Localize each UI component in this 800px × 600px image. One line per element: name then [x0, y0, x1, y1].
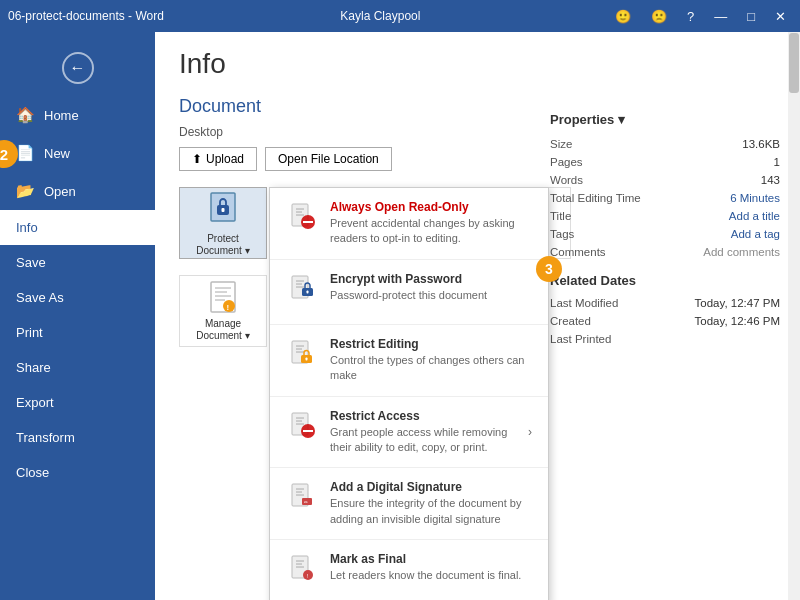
sidebar-label-home: Home — [44, 108, 79, 123]
sidebar-label-save: Save — [16, 255, 46, 270]
sidebar-item-open[interactable]: 📂 Open — [0, 172, 155, 210]
protect-document-icon — [207, 189, 239, 231]
sidebar-item-transform[interactable]: Transform — [0, 420, 155, 455]
prop-row-size: Size 13.6KB — [550, 135, 780, 153]
sidebar-item-new[interactable]: 📄 New 2 — [0, 134, 155, 172]
titlebar-user: Kayla Claypool — [340, 9, 420, 23]
menu-item-text-restrict-editing: Restrict Editing Control the types of ch… — [330, 337, 532, 384]
content-area: Info Document Desktop ⬆ Upload Open File… — [155, 32, 800, 600]
prop-value-tags: Add a tag — [731, 228, 780, 240]
svg-text:!: ! — [227, 303, 230, 312]
menu-item-text-readonly: Always Open Read-Only Prevent accidental… — [330, 200, 532, 247]
prop-row-title[interactable]: Title Add a title — [550, 207, 780, 225]
prop-row-words: Words 143 — [550, 171, 780, 189]
page-title: Info — [179, 48, 776, 80]
back-button[interactable]: ← — [8, 44, 147, 92]
restrict-access-arrow: › — [528, 425, 532, 439]
prop-row-comments[interactable]: Comments Add comments — [550, 243, 780, 261]
related-dates-header: Related Dates — [550, 273, 780, 288]
menu-item-text-digital-signature: Add a Digital Signature Ensure the integ… — [330, 480, 532, 527]
sidebar-label-share: Share — [16, 360, 51, 375]
sidebar-label-close: Close — [16, 465, 49, 480]
menu-item-restrict-access[interactable]: Restrict Access Grant people access whil… — [270, 397, 548, 469]
prop-value-words: 143 — [761, 174, 780, 186]
emoji-sad[interactable]: 🙁 — [645, 7, 673, 26]
sidebar-item-print[interactable]: Print — [0, 315, 155, 350]
prop-label-words: Words — [550, 174, 583, 186]
titlebar: 06-protect-documents - Word Kayla Claypo… — [0, 0, 800, 32]
svg-rect-11 — [306, 357, 308, 360]
upload-icon: ⬆ — [192, 152, 202, 166]
protect-document-button[interactable]: ProtectDocument ▾ — [179, 187, 267, 259]
minimize-button[interactable]: — — [708, 7, 733, 26]
prop-value-pages: 1 — [774, 156, 780, 168]
titlebar-controls: 🙂 🙁 ? — □ ✕ — [609, 7, 792, 26]
sidebar-item-home[interactable]: 🏠 Home — [0, 96, 155, 134]
prop-label-last-printed: Last Printed — [550, 333, 611, 345]
readonly-icon — [286, 200, 318, 240]
prop-label-editing-time: Total Editing Time — [550, 192, 641, 204]
prop-label-comments: Comments — [550, 246, 606, 258]
scrollbar-thumb[interactable] — [789, 33, 799, 93]
menu-item-text-encrypt: Encrypt with Password Password-protect t… — [330, 272, 487, 303]
sidebar-item-share[interactable]: Share — [0, 350, 155, 385]
manage-document-label: ManageDocument ▾ — [196, 318, 249, 342]
sidebar-label-new: New — [44, 146, 70, 161]
prop-value-last-modified: Today, 12:47 PM — [695, 297, 780, 309]
prop-value-title: Add a title — [729, 210, 780, 222]
encrypt-icon — [286, 272, 318, 312]
prop-value-size: 13.6KB — [742, 138, 780, 150]
prop-label-tags: Tags — [550, 228, 574, 240]
menu-item-restrict-editing[interactable]: Restrict Editing Control the types of ch… — [270, 325, 548, 397]
prop-row-created: Created Today, 12:46 PM — [550, 312, 780, 330]
menu-item-always-open-readonly[interactable]: Always Open Read-Only Prevent accidental… — [270, 188, 548, 260]
sidebar-label-info: Info — [16, 220, 38, 235]
titlebar-title: 06-protect-documents - Word — [8, 9, 164, 23]
sidebar: ← 🏠 Home 📄 New 2 📂 Open Info Save Save A… — [0, 32, 155, 600]
sidebar-item-save[interactable]: Save — [0, 245, 155, 280]
properties-panel: Properties ▾ Size 13.6KB Pages 1 Words 1… — [550, 112, 780, 348]
prop-value-created: Today, 12:46 PM — [695, 315, 780, 327]
badge-3: 3 — [536, 256, 562, 282]
manage-document-icon: ! — [207, 280, 239, 318]
manage-document-button[interactable]: ! ManageDocument ▾ — [179, 275, 267, 347]
prop-row-pages: Pages 1 — [550, 153, 780, 171]
menu-item-digital-signature[interactable]: ✏ Add a Digital Signature Ensure the int… — [270, 468, 548, 540]
sidebar-label-open: Open — [44, 184, 76, 199]
close-button[interactable]: ✕ — [769, 7, 792, 26]
menu-item-encrypt-password[interactable]: Encrypt with Password Password-protect t… — [270, 260, 548, 325]
prop-row-tags[interactable]: Tags Add a tag — [550, 225, 780, 243]
prop-row-last-modified: Last Modified Today, 12:47 PM — [550, 294, 780, 312]
protect-document-dropdown: 3 Always Open R — [269, 187, 549, 600]
upload-button[interactable]: ⬆ Upload — [179, 147, 257, 171]
open-file-location-button[interactable]: Open File Location — [265, 147, 392, 171]
emoji-happy[interactable]: 🙂 — [609, 7, 637, 26]
new-icon: 📄 — [16, 144, 34, 162]
menu-item-mark-final[interactable]: ! Mark as Final Let readers know the doc… — [270, 540, 548, 600]
prop-label-pages: Pages — [550, 156, 583, 168]
sidebar-item-info[interactable]: Info — [0, 210, 155, 245]
restrict-access-icon — [286, 409, 318, 449]
sidebar-label-export: Export — [16, 395, 54, 410]
open-icon: 📂 — [16, 182, 34, 200]
mark-final-icon: ! — [286, 552, 318, 592]
sidebar-item-export[interactable]: Export — [0, 385, 155, 420]
svg-rect-8 — [307, 290, 309, 293]
menu-item-text-mark-final: Mark as Final Let readers know the docum… — [330, 552, 521, 583]
sidebar-label-saveas: Save As — [16, 290, 64, 305]
scrollbar-track[interactable] — [788, 32, 800, 600]
digital-signature-icon: ✏ — [286, 480, 318, 520]
sidebar-item-close[interactable]: Close — [0, 455, 155, 490]
prop-row-last-printed: Last Printed — [550, 330, 780, 348]
menu-item-text-restrict-access: Restrict Access Grant people access whil… — [330, 409, 516, 456]
prop-label-title: Title — [550, 210, 571, 222]
maximize-button[interactable]: □ — [741, 7, 761, 26]
sidebar-item-saveas[interactable]: Save As — [0, 280, 155, 315]
prop-label-last-modified: Last Modified — [550, 297, 618, 309]
home-icon: 🏠 — [16, 106, 34, 124]
prop-value-comments: Add comments — [703, 246, 780, 258]
help-button[interactable]: ? — [681, 7, 700, 26]
sidebar-label-print: Print — [16, 325, 43, 340]
app-body: ← 🏠 Home 📄 New 2 📂 Open Info Save Save A… — [0, 32, 800, 600]
prop-label-created: Created — [550, 315, 591, 327]
